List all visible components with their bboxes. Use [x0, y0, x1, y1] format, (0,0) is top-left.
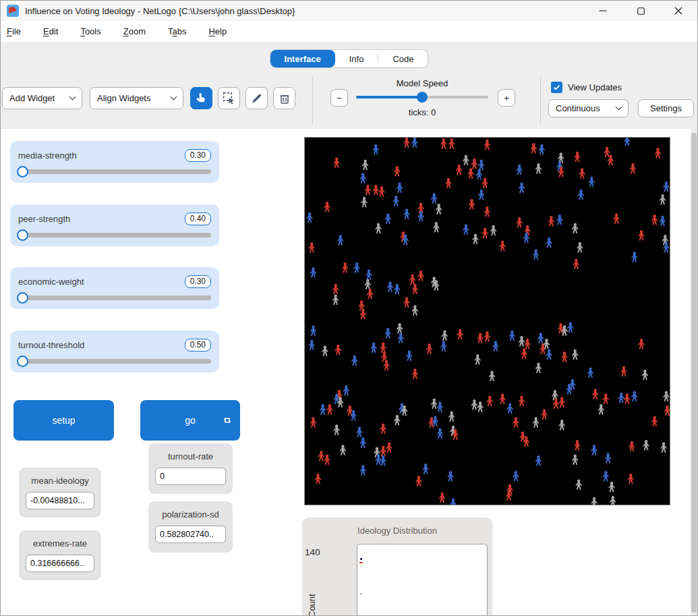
- slider-economic-weight[interactable]: economic-weight 0.30: [10, 267, 219, 309]
- marquee-select-icon: [223, 92, 235, 105]
- slider-thumb[interactable]: [17, 166, 28, 177]
- plot-pen-mark: [359, 562, 363, 563]
- maximize-icon: [637, 7, 645, 15]
- monitor-label: mean-ideology: [26, 476, 94, 486]
- slider-turnout-threshold[interactable]: turnout-threshold 0.50: [10, 331, 219, 372]
- ticks-counter: ticks: 0: [341, 107, 503, 117]
- minimize-icon: [599, 7, 607, 15]
- toolbar-header: Interface Info Code Add Widget Align Wid…: [1, 43, 697, 129]
- settings-button[interactable]: Settings: [638, 99, 694, 117]
- title-bar: Influence on Voting Ideology - NetLogo {…: [1, 1, 697, 21]
- align-widgets-label: Align Widgets: [97, 93, 150, 103]
- model-speed-label: Model Speed: [341, 78, 503, 88]
- slider-thumb[interactable]: [17, 356, 28, 367]
- menu-edit[interactable]: Edit: [43, 23, 58, 40]
- menu-help[interactable]: Help: [208, 23, 227, 40]
- interface-canvas: media-strength 0.30 peer-strength 0.40 e…: [1, 129, 698, 616]
- monitor-value: 0.582802740..: [155, 526, 226, 543]
- speed-faster-button[interactable]: +: [498, 89, 515, 107]
- model-speed-fill: [356, 96, 422, 99]
- view-updates-label: View Updates: [568, 82, 622, 92]
- monitor-label: polarization-sd: [155, 509, 226, 520]
- tab-interface[interactable]: Interface: [270, 50, 335, 67]
- plus-icon: +: [504, 93, 509, 103]
- slider-track[interactable]: [18, 359, 211, 364]
- plot-title: Ideology Distribution: [302, 517, 492, 536]
- slider-track[interactable]: [18, 233, 211, 237]
- setup-button[interactable]: setup: [13, 400, 114, 441]
- speed-slower-button[interactable]: −: [330, 89, 348, 107]
- toolbar-divider: [540, 76, 541, 125]
- monitor-value: 0: [155, 468, 226, 485]
- update-mode-value: Continuous: [556, 103, 600, 113]
- menu-tools[interactable]: Tools: [80, 23, 100, 40]
- slider-value-box: 0.50: [185, 339, 211, 352]
- chevron-down-icon: [171, 94, 177, 101]
- netlogo-window: Influence on Voting Ideology - NetLogo {…: [0, 0, 698, 616]
- chevron-down-icon: [69, 94, 76, 101]
- menu-bar: File Edit Tools Zoom Tabs Help: [1, 21, 697, 43]
- select-widgets-button[interactable]: [218, 87, 240, 109]
- setup-label: setup: [52, 415, 75, 426]
- slider-media-strength[interactable]: media-strength 0.30: [10, 141, 219, 183]
- monitor-label: extremes-rate: [26, 538, 94, 549]
- scrollbar-thumb[interactable]: [691, 133, 697, 613]
- chevron-down-icon: [616, 104, 622, 111]
- trash-icon: [279, 92, 291, 105]
- tab-info[interactable]: Info: [335, 50, 378, 67]
- menu-zoom[interactable]: Zoom: [123, 23, 146, 40]
- tab-code[interactable]: Code: [378, 50, 428, 67]
- world-view[interactable]: [304, 137, 670, 505]
- add-widget-label: Add Widget: [9, 93, 55, 103]
- netlogo-app-icon: [7, 5, 19, 17]
- slider-track[interactable]: [18, 169, 211, 174]
- vertical-scrollbar[interactable]: [691, 129, 697, 615]
- plot-pen-mark: [360, 593, 362, 595]
- pencil-icon: [251, 92, 263, 105]
- agents-layer: [305, 138, 670, 505]
- slider-peer-strength[interactable]: peer-strength 0.40: [10, 204, 219, 246]
- slider-value-box: 0.40: [185, 213, 211, 225]
- settings-label: Settings: [650, 103, 682, 113]
- menu-file[interactable]: File: [7, 23, 21, 40]
- hand-pointer-icon: [195, 92, 208, 105]
- plot-area: [357, 544, 488, 616]
- plot-pen-mark: [360, 558, 362, 560]
- minus-icon: −: [337, 93, 342, 103]
- slider-label: economic-weight: [18, 277, 84, 287]
- close-button[interactable]: [660, 1, 697, 21]
- go-button[interactable]: go: [140, 400, 240, 441]
- window-title: Influence on Voting Ideology - NetLogo {…: [25, 6, 295, 16]
- update-mode-dropdown[interactable]: Continuous: [548, 99, 629, 117]
- monitor-value: 0.316666666..: [26, 555, 94, 572]
- slider-track[interactable]: [18, 296, 211, 300]
- monitor-value: -0.00488810...: [26, 492, 94, 509]
- plot-ideology-distribution: Ideology Distribution 140 Count: [302, 517, 492, 616]
- close-icon: [674, 7, 682, 15]
- delete-widget-button[interactable]: [273, 87, 295, 109]
- monitor-turnout-rate: turnout-rate 0: [148, 443, 233, 494]
- view-updates-checkbox[interactable]: [551, 82, 562, 93]
- go-label: go: [185, 415, 196, 426]
- minimize-button[interactable]: [584, 1, 622, 21]
- align-widgets-dropdown[interactable]: Align Widgets: [90, 87, 183, 109]
- slider-value-box: 0.30: [185, 149, 211, 162]
- monitor-polarization-sd: polarization-sd 0.582802740..: [148, 501, 233, 553]
- monitor-mean-ideology: mean-ideology -0.00488810...: [19, 468, 101, 517]
- interact-pointer-button[interactable]: [190, 87, 212, 109]
- slider-label: media-strength: [18, 150, 77, 161]
- slider-label: turnout-threshold: [18, 340, 84, 350]
- slider-thumb[interactable]: [17, 229, 28, 241]
- add-widget-dropdown[interactable]: Add Widget: [2, 87, 82, 109]
- edit-widget-button[interactable]: [245, 87, 268, 109]
- monitor-label: turnout-rate: [155, 451, 226, 461]
- plot-y-axis-label: Count: [307, 553, 317, 616]
- slider-label: peer-strength: [18, 214, 70, 224]
- menu-tabs[interactable]: Tabs: [168, 23, 186, 40]
- slider-thumb[interactable]: [17, 292, 28, 304]
- check-icon: [553, 84, 560, 91]
- model-speed-slider[interactable]: [356, 96, 488, 99]
- forever-loop-icon: [222, 415, 233, 426]
- maximize-button[interactable]: [622, 1, 660, 21]
- model-speed-thumb[interactable]: [417, 92, 428, 103]
